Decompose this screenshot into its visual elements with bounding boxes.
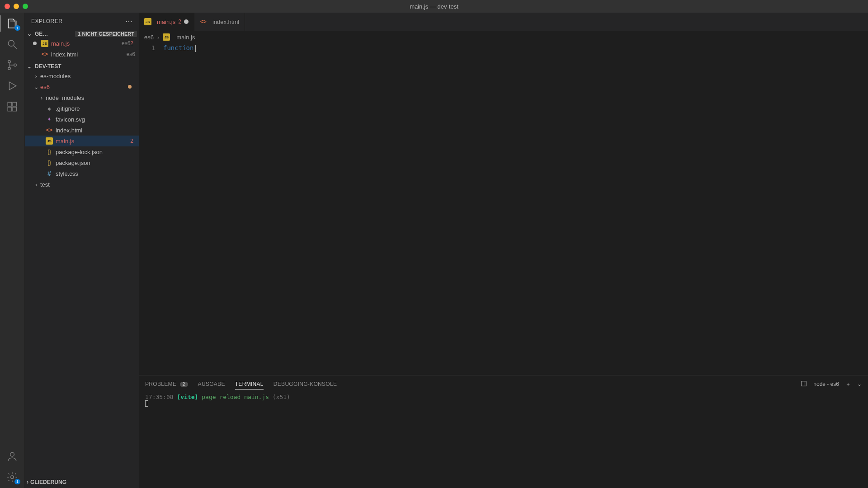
chevron-down-icon: ⌄ [26, 63, 33, 70]
chevron-down-icon: ⌄ [33, 84, 39, 90]
new-terminal-icon[interactable]: ＋ [845, 380, 851, 388]
js-file-icon: JS [163, 33, 170, 41]
svg-rect-10 [802, 381, 807, 386]
code-keyword: function [163, 44, 193, 52]
file-main-js[interactable]: JS main.js 2 [25, 136, 139, 146]
tab-label: index.html [212, 19, 239, 25]
titlebar: main.js — dev-test [0, 0, 868, 13]
tab-label: main.js [157, 19, 175, 25]
sidebar-more-icon[interactable]: ⋯ [125, 17, 133, 26]
open-editor-label: main.js [51, 40, 119, 47]
problems-count: 2 [180, 382, 188, 387]
html-file-icon [200, 18, 207, 25]
outline-header[interactable]: › GLIEDERUNG [25, 476, 139, 488]
panel-tab-problems[interactable]: PROBLEME 2 [145, 379, 188, 389]
run-debug-icon[interactable] [6, 80, 19, 92]
panel-tab-debug[interactable]: DEBUGGING-KONSOLE [274, 379, 337, 389]
unsaved-badge: 1 NICHT GESPEICHERT [75, 31, 137, 37]
breadcrumb-file: main.js [176, 34, 195, 41]
bottom-panel: PROBLEME 2 AUSGABE TERMINAL DEBUGGING-KO… [139, 375, 868, 488]
svg-point-3 [14, 64, 16, 66]
explorer-icon[interactable]: 1 [6, 17, 19, 30]
json-file-icon: {} [46, 148, 53, 155]
editor-tabs: JS main.js 2 index.html [139, 13, 868, 31]
tab-main-js[interactable]: JS main.js 2 [139, 13, 194, 31]
window-title: main.js — dev-test [410, 3, 458, 10]
folder-es6[interactable]: ⌄ es6 [25, 81, 139, 92]
chevron-right-icon: › [157, 34, 159, 41]
js-file-icon: JS [41, 40, 48, 47]
terminal-process-label[interactable]: node - es6 [813, 381, 839, 387]
open-editor-tag: es6 [122, 40, 130, 47]
svg-rect-6 [8, 107, 12, 111]
chevron-right-icon: › [33, 181, 39, 188]
search-icon[interactable] [6, 38, 19, 51]
panel-tab-output[interactable]: AUSGABE [198, 379, 225, 389]
tab-index-html[interactable]: index.html [194, 13, 245, 31]
code-editor[interactable]: 1 function [139, 43, 868, 375]
outline-label: GLIEDERUNG [30, 479, 66, 485]
folder-test[interactable]: › test [25, 179, 139, 190]
dirty-dot-icon [184, 19, 189, 24]
svg-rect-4 [8, 102, 12, 106]
svg-point-9 [11, 476, 14, 479]
terminal-time: 17:35:08 [145, 394, 174, 400]
open-editors-header[interactable]: ⌄ GE… 1 NICHT GESPEICHERT [25, 30, 139, 38]
open-editor-item[interactable]: JS main.js es6 2 [25, 38, 139, 49]
svg-rect-7 [13, 107, 17, 111]
maximize-window-button[interactable] [23, 4, 28, 9]
minimize-window-button[interactable] [14, 4, 19, 9]
folder-es-modules[interactable]: › es-modules [25, 70, 139, 81]
sidebar: EXPLORER ⋯ ⌄ GE… 1 NICHT GESPEICHERT JS … [25, 13, 139, 488]
file-style-css[interactable]: style.css [25, 168, 139, 179]
terminal-launch-icon[interactable] [801, 380, 807, 388]
chevron-right-icon: › [27, 479, 28, 485]
terminal-file: main.js [244, 394, 269, 400]
modified-folder-dot-icon [128, 85, 132, 89]
folder-node-modules[interactable]: › node_modules [25, 92, 139, 103]
open-editor-item[interactable]: index.html es6 [25, 49, 139, 60]
terminal-dropdown-icon[interactable]: ⌄ [857, 381, 862, 387]
open-editor-tag: es6 [127, 51, 135, 57]
svg-rect-5 [13, 102, 17, 106]
chevron-right-icon: › [33, 73, 39, 80]
explorer-badge: 1 [14, 25, 20, 31]
file-package-lock[interactable]: {} package-lock.json [25, 146, 139, 157]
settings-gear-icon[interactable]: 1 [6, 471, 19, 483]
line-number: 1 [139, 44, 155, 52]
file-error-count: 2 [130, 138, 135, 144]
css-file-icon [46, 170, 53, 177]
svg-point-2 [8, 67, 10, 70]
svg-point-8 [10, 452, 14, 456]
file-gitignore[interactable]: .gitignore [25, 103, 139, 114]
breadcrumb[interactable]: es6 › JS main.js [139, 31, 868, 43]
panel-tab-terminal[interactable]: TERMINAL [235, 379, 264, 389]
extensions-icon[interactable] [6, 100, 19, 113]
activity-bar: 1 1 [0, 13, 25, 488]
svg-point-0 [8, 40, 14, 46]
project-label: DEV-TEST [35, 63, 61, 70]
accounts-icon[interactable] [6, 450, 19, 463]
settings-badge: 1 [14, 479, 20, 484]
close-window-button[interactable] [5, 4, 10, 9]
breadcrumb-folder: es6 [144, 34, 154, 41]
chevron-down-icon: ⌄ [26, 31, 33, 37]
open-editor-label: index.html [51, 51, 124, 58]
file-index-html[interactable]: index.html [25, 125, 139, 136]
html-file-icon [41, 51, 48, 58]
file-package-json[interactable]: {} package.json [25, 157, 139, 168]
text-cursor [195, 45, 196, 52]
tab-error-count: 2 [178, 19, 181, 25]
project-header[interactable]: ⌄ DEV-TEST [25, 62, 139, 70]
svg-point-1 [8, 61, 10, 63]
json-file-icon: {} [46, 159, 53, 166]
dirty-dot-icon [33, 42, 37, 45]
chevron-right-icon: › [38, 94, 45, 101]
terminal-output[interactable]: 17:35:08 [vite] page reload main.js (x51… [139, 393, 868, 488]
svg-file-icon [46, 116, 53, 123]
open-editor-error-count: 2 [130, 40, 135, 47]
html-file-icon [46, 127, 53, 134]
file-favicon[interactable]: favicon.svg [25, 114, 139, 125]
terminal-count: (x51) [273, 394, 290, 400]
source-control-icon[interactable] [6, 59, 19, 71]
